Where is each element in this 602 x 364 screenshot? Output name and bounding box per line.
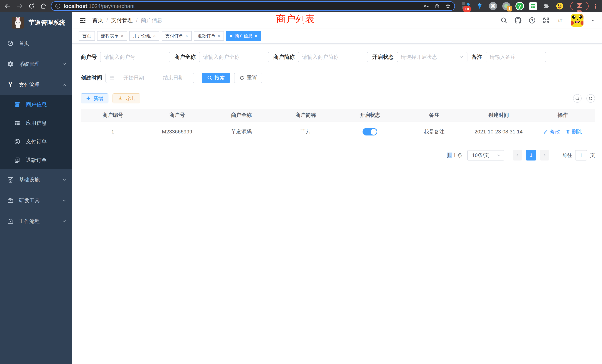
tag-pay-order[interactable]: 支付订单 × — [162, 31, 192, 41]
extension-recorder-icon[interactable]: 1 — [502, 2, 511, 10]
github-icon[interactable] — [515, 17, 522, 24]
reload-icon[interactable] — [28, 3, 35, 10]
remark-input[interactable] — [486, 52, 546, 62]
extension-pin-icon[interactable] — [475, 2, 484, 10]
tag-user-group[interactable]: 用户分组 × — [129, 31, 159, 41]
extension-command-icon[interactable]: ⌘ — [489, 2, 497, 10]
tag-label: 商户信息 — [235, 33, 252, 39]
avatar-caret-icon[interactable] — [591, 18, 595, 23]
avatar[interactable] — [571, 14, 583, 27]
home-icon[interactable] — [40, 3, 47, 10]
page-number-button[interactable]: 1 — [526, 150, 536, 161]
extension-chat-icon[interactable] — [529, 2, 537, 10]
sidebar-subitem-refund-order[interactable]: 退款订单 — [0, 151, 72, 169]
update-button[interactable]: 更新 — [570, 2, 589, 10]
delete-link[interactable]: 删除 — [566, 128, 582, 135]
prev-page-button[interactable] — [513, 150, 522, 161]
date-separator: - — [152, 75, 154, 81]
breadcrumb-payment[interactable]: 支付管理 — [111, 17, 133, 24]
goto-page-input[interactable] — [575, 150, 587, 161]
tag-merchant-info[interactable]: 商户信息 × — [226, 31, 261, 41]
filter-row-1: 商户号 商户全称 商户简称 开启状态 请选择开启状态 — [81, 52, 595, 62]
extension-blocks-icon[interactable]: 10 — [462, 2, 471, 10]
sidebar-item-system[interactable]: 系统管理 — [0, 54, 72, 75]
extensions-puzzle-icon[interactable] — [542, 2, 551, 10]
search-button[interactable]: 搜索 — [202, 73, 230, 83]
breadcrumb-separator: / — [106, 17, 108, 23]
extension-badge-1: 1 — [507, 6, 512, 11]
tag-label: 支付订单 — [165, 33, 183, 39]
sidebar-item-dev-tools[interactable]: 研发工具 — [0, 190, 72, 211]
help-icon[interactable]: ? — [529, 17, 536, 24]
tag-refund-order[interactable]: 退款订单 × — [194, 31, 224, 41]
short-name-input[interactable] — [298, 52, 368, 62]
chevron-down-icon — [496, 153, 501, 158]
page-size-select[interactable]: 10条/页 — [467, 150, 504, 161]
bookmark-star-icon[interactable] — [445, 3, 451, 9]
forward-icon[interactable] — [16, 3, 23, 10]
cell-actions: 修改 删除 — [531, 122, 595, 142]
fullscreen-icon[interactable] — [543, 17, 550, 24]
chevron-right-icon — [542, 153, 547, 158]
site-info-icon[interactable] — [55, 3, 61, 9]
top-navbar: 首页 / 支付管理 / 商户信息 ? tT — [72, 12, 602, 29]
merchant-no-input[interactable] — [100, 52, 170, 62]
pin-gem-icon — [476, 2, 483, 10]
back-icon[interactable] — [4, 3, 11, 10]
sidebar-subitem-merchant-info[interactable]: 商户信息 — [0, 95, 72, 114]
close-icon[interactable]: × — [255, 33, 257, 39]
sidebar-subitem-pay-order[interactable]: 支付订单 — [0, 132, 72, 151]
close-icon[interactable]: × — [153, 33, 156, 39]
reset-button[interactable]: 重置 — [234, 73, 262, 83]
share-icon[interactable] — [434, 3, 440, 9]
add-button[interactable]: 新增 — [81, 93, 108, 103]
browser-menu-icon[interactable]: ⋮ — [592, 3, 599, 9]
date-start-placeholder[interactable]: 开始日期 — [117, 74, 151, 81]
toggle-knob — [371, 129, 377, 135]
export-button[interactable]: 导出 — [112, 93, 140, 103]
extension-y-icon[interactable]: y — [516, 2, 524, 10]
navbar-actions: ? tT — [500, 14, 595, 27]
table-row: 1 M233666999 芋道源码 芋艿 我是备注 2021-10-23 08:… — [81, 122, 595, 142]
y-logo: y — [516, 3, 523, 10]
close-icon[interactable]: × — [185, 33, 188, 39]
password-key-icon[interactable] — [424, 3, 429, 9]
refresh-table-button[interactable] — [586, 94, 595, 103]
edit-link[interactable]: 修改 — [544, 128, 560, 135]
search-icon[interactable] — [500, 17, 507, 24]
sidebar-item-label: 研发工具 — [19, 197, 40, 204]
profile-emoji-icon[interactable] — [556, 2, 564, 10]
sidebar-item-home[interactable]: 首页 — [0, 33, 72, 54]
status-toggle[interactable] — [363, 128, 377, 136]
next-page-button[interactable] — [540, 150, 549, 161]
date-range-picker[interactable]: 开始日期 - 结束日期 — [106, 73, 194, 83]
font-size-icon[interactable]: tT — [557, 17, 564, 24]
sidebar-subitem-app-info[interactable]: 应用信息 — [0, 114, 72, 132]
main-area: 首页 / 支付管理 / 商户信息 ? tT — [72, 12, 602, 364]
sidebar-item-label: 系统管理 — [19, 61, 40, 68]
date-end-placeholder[interactable]: 结束日期 — [156, 74, 190, 81]
sidebar-subitem-label: 退款订单 — [26, 157, 47, 164]
field-label: 商户号 — [81, 53, 97, 61]
sidebar-toggle-icon[interactable] — [79, 17, 86, 24]
sidebar-item-infrastructure[interactable]: 基础设施 — [0, 169, 72, 190]
sidebar-item-workflow[interactable]: 工作流程 — [0, 211, 72, 232]
close-icon[interactable]: × — [121, 33, 123, 39]
column-header: 创建时间 — [466, 109, 531, 122]
show-search-button[interactable] — [573, 94, 582, 103]
url-bar[interactable]: localhost:1024/pay/merchant — [51, 1, 455, 11]
sidebar-item-payment[interactable]: ¥ 支付管理 — [0, 75, 72, 95]
chevron-down-icon — [62, 177, 67, 182]
app-title: 芋道管理系统 — [29, 19, 65, 27]
app-logo[interactable]: 芋道管理系统 — [0, 12, 72, 33]
close-icon[interactable]: × — [218, 33, 220, 39]
chevron-left-icon — [515, 153, 520, 158]
full-name-input[interactable] — [199, 52, 269, 62]
status-select[interactable]: 请选择开启状态 — [397, 52, 467, 62]
monitor-icon — [7, 176, 14, 183]
breadcrumb-home[interactable]: 首页 — [92, 17, 103, 24]
url-text[interactable]: localhost:1024/pay/merchant — [64, 3, 424, 9]
field-label: 备注 — [472, 53, 482, 61]
tag-flow-form[interactable]: 流程表单 × — [97, 31, 127, 41]
tag-home[interactable]: 首页 — [79, 31, 95, 41]
